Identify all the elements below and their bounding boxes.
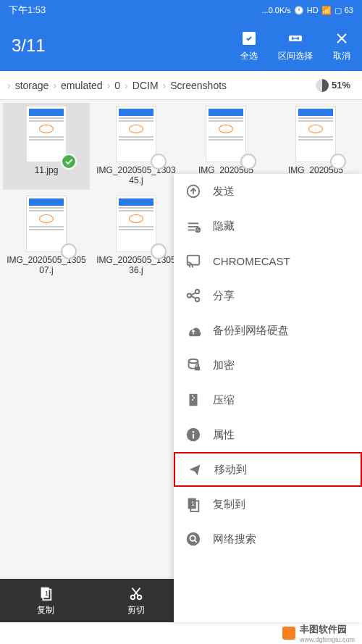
wifi-icon: 📶 [321,6,332,15]
menu-item-move[interactable]: 移动到 [174,452,362,487]
menu-item-label: 属性 [213,428,235,442]
move-icon [187,461,203,477]
checkbox-icon [240,30,258,47]
copy-button[interactable]: 1 复制 [0,579,90,622]
cancel-button[interactable]: 取消 [333,30,350,62]
select-all-label: 全选 [240,50,258,62]
breadcrumb-item[interactable]: Screenshots [167,80,230,91]
cast-icon [185,253,201,269]
check-circle-icon[interactable] [61,154,77,170]
circle-icon[interactable] [240,154,256,170]
chevron-right-icon: › [106,80,112,91]
menu-item-hide[interactable]: 隐藏 [174,209,362,243]
circle-icon[interactable] [330,154,346,170]
svg-point-11 [189,359,198,364]
cut-label: 剪切 [127,604,145,616]
breadcrumb-item[interactable]: storage [12,80,52,91]
circle-icon[interactable] [61,243,77,259]
file-thumbnail [295,106,336,162]
hide-icon [185,218,201,234]
svg-point-28 [130,595,135,599]
file-thumbnail [26,196,67,252]
menu-item-cast[interactable]: CHROMECAST [174,243,362,278]
close-icon [333,30,350,47]
range-select-label: 区间选择 [278,50,313,62]
svg-rect-4 [188,226,199,227]
svg-text:1: 1 [191,501,195,507]
context-menu: 发送 隐藏 CHROMECAST 分享 备份到网络硬盘 加密 压缩 属性 移动到… [174,174,362,622]
watermark: 丰图软件园 www.dgfengtu.com [0,622,362,644]
chevron-right-icon: › [161,80,168,91]
net-speed: ...0.0K/s [262,6,291,14]
cut-icon [128,585,144,601]
menu-item-copy[interactable]: 1 复制到 [174,487,362,522]
svg-rect-3 [188,222,199,224]
menu-item-info[interactable]: 属性 [174,417,362,452]
pie-icon [316,79,329,92]
svg-rect-19 [193,434,194,438]
circle-icon[interactable] [151,154,167,170]
file-item[interactable]: IMG_2020505_130345.j [93,103,180,190]
menu-item-search[interactable]: 网络搜索 [174,522,362,556]
menu-item-label: 加密 [213,359,235,372]
svg-point-10 [195,298,200,302]
menu-item-label: CHROMECAST [213,255,290,267]
info-icon [185,427,201,443]
send-icon [185,183,201,199]
menu-item-label: 压缩 [213,393,235,407]
svg-point-18 [193,431,195,433]
svg-point-8 [195,290,200,294]
file-name-label: 11.jpg [35,165,59,187]
menu-item-label: 发送 [213,185,235,198]
menu-item-cloud[interactable]: 备份到网络硬盘 [174,313,362,348]
breadcrumb-item[interactable]: emulated [58,80,106,91]
menu-item-label: 隐藏 [213,219,235,233]
menu-item-encrypt[interactable]: 加密 [174,348,362,382]
svg-text:1: 1 [45,589,49,596]
file-name-label: IMG_2020505_130507.j [4,255,88,277]
menu-item-compress[interactable]: 压缩 [174,382,362,417]
menu-item-label: 网络搜索 [213,532,256,546]
menu-item-send[interactable]: 发送 [174,174,362,209]
svg-point-9 [188,293,192,298]
breadcrumb-item[interactable]: DCIM [130,80,161,91]
file-thumbnail [116,106,156,162]
hd-badge: HD [307,6,319,14]
svg-rect-16 [192,399,193,401]
file-thumbnail [26,106,67,162]
cut-button[interactable]: 剪切 [90,579,181,622]
status-time: 下午1:53 [9,4,46,17]
clock-icon: 🕐 [294,6,304,15]
battery-pct: 63 [345,6,353,14]
watermark-logo-icon [282,627,295,640]
select-all-button[interactable]: 全选 [240,30,258,62]
svg-rect-5 [188,230,195,231]
selection-counter: 3/11 [12,35,46,56]
menu-item-share[interactable]: 分享 [174,278,362,313]
cloud-icon [185,322,201,338]
copy-icon: 1 [38,585,54,601]
copy-icon: 1 [185,496,201,512]
status-bar: 下午1:53 ...0.0K/s 🕐 HD 📶 ▢ 63 [0,0,362,20]
menu-item-label: 移动到 [214,463,247,477]
file-item[interactable]: IMG_2020505_130507.j [3,193,90,280]
share-icon [185,288,201,304]
svg-rect-12 [195,367,200,371]
storage-pct: 51% [332,80,350,91]
watermark-text: 丰图软件园 [300,623,355,636]
file-thumbnail [206,106,246,162]
compress-icon [185,392,201,408]
watermark-url: www.dgfengtu.com [300,636,355,643]
svg-rect-15 [193,397,195,398]
file-thumbnail [116,196,156,252]
file-item[interactable]: 11.jpg [3,103,90,190]
range-select-button[interactable]: 区间选择 [278,30,313,62]
menu-item-label: 备份到网络硬盘 [213,324,289,338]
breadcrumb[interactable]: › storage › emulated › 0 › DCIM › Screen… [0,71,362,100]
breadcrumb-item[interactable]: 0 [111,80,123,91]
search-icon [185,531,201,547]
file-item[interactable]: IMG_2020505_130536.j [93,193,180,280]
range-icon [287,30,304,47]
circle-icon[interactable] [151,243,167,259]
storage-indicator[interactable]: 51% [310,78,356,93]
